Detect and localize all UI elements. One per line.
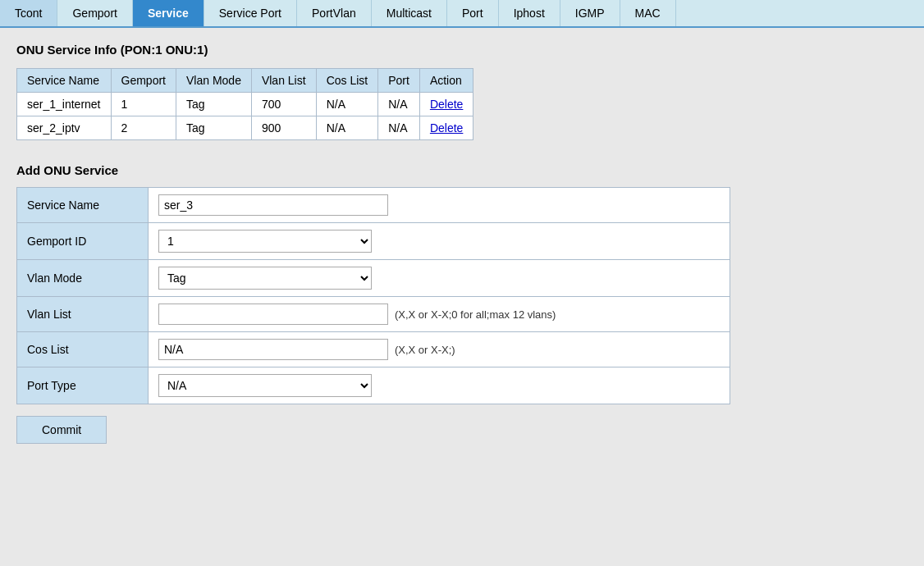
tab-portvlan[interactable]: PortVlan (297, 0, 372, 26)
cos-list-label: Cos List (17, 332, 149, 367)
cell-service_name: ser_1_internet (17, 93, 112, 116)
gemport-id-label: Gemport ID (17, 223, 149, 260)
port-type-select[interactable]: N/AETHVEIP (158, 374, 372, 397)
commit-button[interactable]: Commit (16, 416, 107, 444)
cos-list-input[interactable] (158, 339, 388, 360)
cell-cos_list: N/A (316, 116, 378, 140)
service-info-table: Service Name Gemport Vlan Mode Vlan List… (16, 68, 473, 140)
vlan-list-input[interactable] (158, 304, 388, 325)
tab-iphost[interactable]: Iphost (499, 0, 560, 26)
cell-port: N/A (378, 116, 420, 140)
form-row-port-type: Port Type N/AETHVEIP (17, 367, 730, 404)
form-row-gemport-id: Gemport ID 1234 (17, 223, 730, 260)
cos-list-hint: (X,X or X-X;) (395, 344, 455, 356)
form-row-cos-list: Cos List (X,X or X-X;) (17, 332, 730, 367)
col-vlan-mode: Vlan Mode (176, 69, 251, 93)
col-action: Action (419, 69, 473, 93)
main-content: ONU Service Info (PON:1 ONU:1) Service N… (0, 28, 924, 459)
cell-port: N/A (378, 93, 420, 116)
tab-tcont[interactable]: Tcont (0, 0, 57, 26)
col-service-name: Service Name (17, 69, 112, 93)
form-row-service-name: Service Name (17, 188, 730, 223)
cell-action: Delete (419, 93, 473, 116)
cell-vlan_list: 700 (251, 93, 316, 116)
service-name-input-cell (149, 188, 730, 223)
cell-action: Delete (419, 116, 473, 140)
port-type-input-cell: N/AETHVEIP (149, 367, 730, 404)
tab-bar: TcontGemportServiceService PortPortVlanM… (0, 0, 924, 28)
info-section-title: ONU Service Info (PON:1 ONU:1) (16, 43, 908, 57)
vlan-list-hint: (X,X or X-X;0 for all;max 12 vlans) (395, 308, 556, 321)
col-port: Port (378, 69, 420, 93)
gemport-id-select[interactable]: 1234 (158, 230, 372, 253)
cell-gemport: 1 (111, 93, 176, 116)
form-row-vlan-mode: Vlan Mode TagTransparentUntag (17, 260, 730, 297)
cell-vlan_mode: Tag (176, 93, 251, 116)
table-row: ser_1_internet1Tag700N/AN/ADelete (17, 93, 473, 116)
cell-cos_list: N/A (316, 93, 378, 116)
table-row: ser_2_iptv2Tag900N/AN/ADelete (17, 116, 473, 140)
cos-list-input-cell: (X,X or X-X;) (149, 332, 730, 367)
port-type-label: Port Type (17, 367, 149, 404)
delete-link[interactable]: Delete (430, 98, 463, 111)
tab-igmp[interactable]: IGMP (560, 0, 620, 26)
delete-link[interactable]: Delete (430, 121, 463, 135)
cell-gemport: 2 (111, 116, 176, 140)
vlan-mode-select[interactable]: TagTransparentUntag (158, 267, 372, 290)
vlan-list-label: Vlan List (17, 297, 149, 332)
tab-service[interactable]: Service (133, 0, 204, 26)
service-name-label: Service Name (17, 188, 149, 223)
tab-gemport[interactable]: Gemport (57, 0, 132, 26)
tab-mac[interactable]: MAC (620, 0, 676, 26)
form-row-vlan-list: Vlan List (X,X or X-X;0 for all;max 12 v… (17, 297, 730, 332)
add-section-title: Add ONU Service (16, 163, 908, 177)
vlan-mode-input-cell: TagTransparentUntag (149, 260, 730, 297)
vlan-list-input-cell: (X,X or X-X;0 for all;max 12 vlans) (149, 297, 730, 332)
cell-service_name: ser_2_iptv (17, 116, 112, 140)
service-name-input[interactable] (158, 194, 388, 216)
tab-multicast[interactable]: Multicast (372, 0, 447, 26)
cell-vlan_mode: Tag (176, 116, 251, 140)
add-service-form: Service Name Gemport ID 1234 Vlan Mode T… (16, 187, 730, 404)
col-gemport: Gemport (111, 69, 176, 93)
vlan-mode-label: Vlan Mode (17, 260, 149, 297)
gemport-id-input-cell: 1234 (149, 223, 730, 260)
cell-vlan_list: 900 (251, 116, 316, 140)
col-cos-list: Cos List (316, 69, 378, 93)
col-vlan-list: Vlan List (251, 69, 316, 93)
tab-port[interactable]: Port (447, 0, 499, 26)
tab-serviceport[interactable]: Service Port (204, 0, 297, 26)
